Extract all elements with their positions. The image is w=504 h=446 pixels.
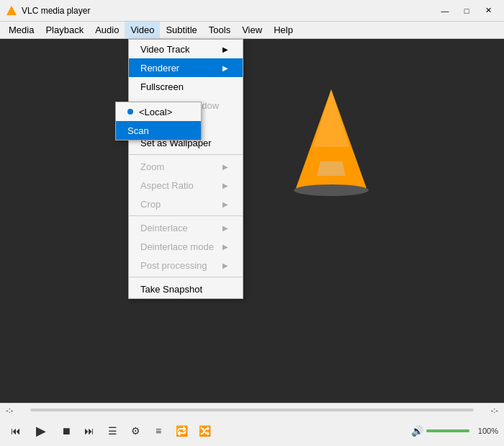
- play-button[interactable]: ▶: [29, 419, 53, 443]
- arrow-right-icon: ▶: [222, 182, 228, 189]
- zoom-item: Zoom ▶: [129, 157, 243, 176]
- playback-controls: ⏮ ▶ ⏹ ⏭ ☰ ⚙ ≡ 🔁 🔀 🔊 100%: [0, 416, 504, 446]
- scan-renderer-item[interactable]: Scan: [116, 121, 201, 140]
- app-icon: [6, 5, 17, 17]
- aspect-ratio-item: Aspect Ratio ▶: [129, 176, 243, 195]
- window-controls: — □ ✕: [435, 4, 498, 18]
- menu-bar: Media Playback Audio Video Subtitle Tool…: [0, 22, 504, 39]
- arrow-right-icon: ▶: [222, 224, 228, 232]
- renderer-item[interactable]: Renderer ▶: [129, 58, 243, 77]
- title-bar: VLC media player — □ ✕: [0, 0, 504, 22]
- volume-icon: 🔊: [411, 425, 423, 437]
- separator-2: [129, 215, 243, 216]
- volume-fill: [426, 429, 469, 432]
- menu-subtitle[interactable]: Subtitle: [160, 22, 202, 38]
- menu-media[interactable]: Media: [3, 22, 40, 38]
- volume-area: 🔊 100%: [411, 425, 498, 437]
- svg-rect-1: [10, 11, 13, 14]
- local-renderer-item[interactable]: <Local>: [116, 102, 201, 121]
- time-elapsed: -:-: [6, 406, 26, 414]
- progress-bar-area: -:- -:-: [0, 403, 504, 416]
- arrow-right-icon: ▶: [222, 243, 228, 251]
- volume-slider[interactable]: [426, 429, 469, 432]
- arrow-right-icon: ▶: [222, 45, 228, 53]
- minimize-button[interactable]: —: [435, 4, 455, 18]
- menu-video[interactable]: Video: [125, 22, 160, 38]
- svg-marker-3: [313, 89, 349, 147]
- svg-point-5: [294, 184, 369, 196]
- radio-dot-icon: [127, 109, 133, 115]
- arrow-right-icon: ▶: [222, 262, 228, 269]
- post-processing-item: Post processing ▶: [129, 256, 243, 275]
- arrow-right-icon: ▶: [222, 200, 228, 208]
- snapshot-item[interactable]: Take Snapshot: [129, 280, 243, 298]
- menu-tools[interactable]: Tools: [203, 22, 236, 38]
- shuffle-button[interactable]: 🔀: [194, 421, 215, 441]
- volume-percent: 100%: [472, 427, 498, 435]
- close-button[interactable]: ✕: [478, 4, 498, 18]
- menu-view[interactable]: View: [236, 22, 268, 38]
- video-dropdown: Video Track ▶ Renderer ▶ Fullscreen Alwa…: [128, 39, 243, 299]
- show-playlist-button[interactable]: ≡: [148, 421, 168, 441]
- next-button[interactable]: ⏭: [79, 421, 99, 441]
- video-area: Video Track ▶ Renderer ▶ Fullscreen Alwa…: [0, 39, 504, 403]
- maximize-button[interactable]: □: [456, 4, 477, 18]
- crop-item: Crop ▶: [129, 195, 243, 213]
- arrow-right-icon: ▶: [222, 64, 228, 72]
- deinterlace-mode-item: Deinterlace mode ▶: [129, 237, 243, 256]
- menu-help[interactable]: Help: [268, 22, 299, 38]
- deinterlace-item: Deinterlace ▶: [129, 218, 243, 237]
- time-total: -:-: [478, 406, 498, 414]
- menu-audio[interactable]: Audio: [89, 22, 125, 38]
- window-title: VLC media player: [22, 6, 435, 16]
- repeat-button[interactable]: 🔁: [171, 421, 192, 441]
- arrow-right-icon: ▶: [222, 163, 228, 171]
- bottom-bar: -:- -:- ⏮ ▶ ⏹ ⏭ ☰ ⚙ ≡ 🔁 🔀 🔊 100%: [0, 403, 504, 446]
- vlc-cone: [288, 82, 374, 197]
- separator-1: [129, 154, 243, 155]
- svg-marker-4: [317, 161, 346, 176]
- menu-playback[interactable]: Playback: [40, 22, 89, 38]
- separator-3: [129, 277, 243, 277]
- seek-bar[interactable]: [30, 409, 474, 411]
- stop-button[interactable]: ⏹: [56, 421, 76, 441]
- toggle-playlist-button[interactable]: ☰: [102, 421, 122, 441]
- fullscreen-item[interactable]: Fullscreen: [129, 77, 243, 96]
- video-track-item[interactable]: Video Track ▶: [129, 40, 243, 58]
- previous-button[interactable]: ⏮: [6, 421, 26, 441]
- extended-settings-button[interactable]: ⚙: [125, 421, 145, 441]
- renderer-submenu: <Local> Scan: [115, 102, 202, 141]
